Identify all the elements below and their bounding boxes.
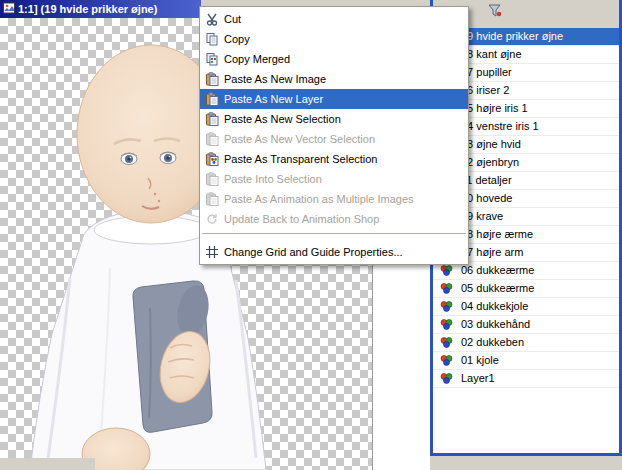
menu-item-label: Paste As New Vector Selection xyxy=(224,133,375,145)
layer-name: 09 krave xyxy=(459,208,619,225)
layer-name: 15 højre iris 1 xyxy=(459,100,619,117)
layer-name: 13 øjne hvid xyxy=(459,136,619,153)
image-window-title: 1:1] (19 hvide prikker øjne) xyxy=(18,3,157,15)
layer-row-02-dukkeben[interactable]: 02 dukkeben xyxy=(433,334,619,352)
layer-name: 14 venstre iris 1 xyxy=(459,118,619,135)
layer-row-layer1[interactable]: Layer1 xyxy=(433,370,619,388)
layer-name: 19 hvide prikker øjne xyxy=(459,28,619,45)
paste-icon xyxy=(200,72,224,86)
layer-name: 03 dukkehånd xyxy=(459,316,619,333)
menu-item-label: Cut xyxy=(224,13,241,25)
grid-icon xyxy=(200,245,224,259)
layer-name: 06 dukkeærme xyxy=(459,262,619,279)
menu-item-label: Change Grid and Guide Properties... xyxy=(224,246,403,258)
menu-item-paste-as-new-image[interactable]: Paste As New Image xyxy=(200,69,468,89)
layer-name: 08 højre ærme xyxy=(459,226,619,243)
menu-item-label: Paste As New Image xyxy=(224,73,326,85)
menu-item-paste-as-animation-as-multiple-images: Paste As Animation as Multiple Images xyxy=(200,189,468,209)
menu-item-label: Copy xyxy=(224,33,250,45)
status-corner xyxy=(0,458,95,470)
paste-icon xyxy=(200,92,224,106)
menu-item-label: Update Back to Animation Shop xyxy=(224,213,379,225)
vector-layer-icon xyxy=(433,370,459,387)
layer-name: 02 dukkeben xyxy=(459,334,619,351)
update-icon xyxy=(200,212,224,226)
menu-item-cut[interactable]: Cut xyxy=(200,9,468,29)
layer-row-04-dukkekjole[interactable]: 04 dukkekjole xyxy=(433,298,619,316)
menu-item-paste-as-new-selection[interactable]: Paste As New Selection xyxy=(200,109,468,129)
menu-item-paste-as-new-layer[interactable]: Paste As New Layer xyxy=(200,89,468,109)
paste-icon xyxy=(200,172,224,186)
menu-item-change-grid-and-guide-properties[interactable]: Change Grid and Guide Properties... xyxy=(200,242,468,262)
copy-icon xyxy=(200,32,224,46)
menu-item-label: Paste As New Selection xyxy=(224,113,341,125)
menu-item-paste-as-new-vector-selection: Paste As New Vector Selection xyxy=(200,129,468,149)
paste-icon xyxy=(200,192,224,206)
layer-name: 16 iriser 2 xyxy=(459,82,619,99)
layer-name: 07 højre arm xyxy=(459,244,619,261)
layer-name: 12 øjenbryn xyxy=(459,154,619,171)
layer-name: 04 dukkekjole xyxy=(459,298,619,315)
scissors-icon xyxy=(200,12,224,26)
vector-layer-icon xyxy=(433,334,459,351)
layer-row-03-dukkeh-nd[interactable]: 03 dukkehånd xyxy=(433,316,619,334)
layer-row-01-kjole[interactable]: 01 kjole xyxy=(433,352,619,370)
layer-name: 17 pupiller xyxy=(459,64,619,81)
paste-color-icon xyxy=(200,152,224,166)
vector-layer-icon xyxy=(433,280,459,297)
menu-item-label: Paste Into Selection xyxy=(224,173,322,185)
image-window-titlebar[interactable]: 1:1] (19 hvide prikker øjne) xyxy=(0,0,201,18)
menu-item-label: Paste As Transparent Selection xyxy=(224,153,377,165)
menu-item-paste-into-selection: Paste Into Selection xyxy=(200,169,468,189)
paste-icon xyxy=(200,132,224,146)
menu-item-copy-merged[interactable]: Copy Merged xyxy=(200,49,468,69)
layer-name: Layer1 xyxy=(459,370,619,387)
menu-separator xyxy=(202,233,466,238)
paste-icon xyxy=(200,112,224,126)
application-window: 1:1] (19 hvide prikker øjne) 19 hvide pr… xyxy=(0,0,622,470)
palette-bottom-strip xyxy=(430,456,622,470)
layer-name: 05 dukkeærme xyxy=(459,280,619,297)
layer-name: 10 hovede xyxy=(459,190,619,207)
menu-item-label: Copy Merged xyxy=(224,53,290,65)
filter-icon[interactable] xyxy=(486,2,502,18)
layer-row-05-dukke-rme[interactable]: 05 dukkeærme xyxy=(433,280,619,298)
menu-item-label: Paste As Animation as Multiple Images xyxy=(224,193,414,205)
vector-layer-icon xyxy=(433,298,459,315)
layer-name: 18 kant øjne xyxy=(459,46,619,63)
layer-name: 01 kjole xyxy=(459,352,619,369)
vector-layer-icon xyxy=(433,316,459,333)
copy-merged-icon xyxy=(200,52,224,66)
menu-item-update-back-to-animation-shop: Update Back to Animation Shop xyxy=(200,209,468,229)
image-window-icon xyxy=(3,2,15,16)
menu-item-copy[interactable]: Copy xyxy=(200,29,468,49)
context-menu: CutCopyCopy MergedPaste As New ImagePast… xyxy=(199,6,469,265)
menu-item-label: Paste As New Layer xyxy=(224,93,323,105)
vector-layer-icon xyxy=(433,352,459,369)
menu-item-paste-as-transparent-selection[interactable]: Paste As Transparent Selection xyxy=(200,149,468,169)
layer-name: 11 detaljer xyxy=(459,172,619,189)
